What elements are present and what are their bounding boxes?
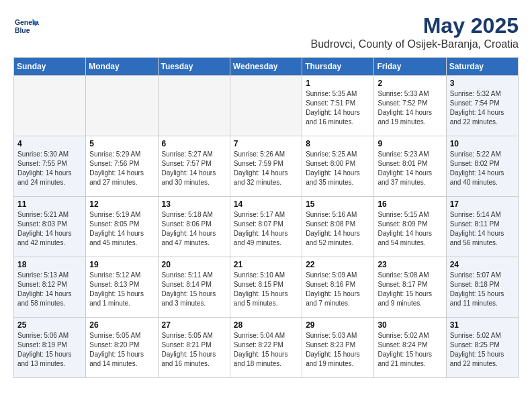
calendar-cell: 28Sunrise: 5:04 AM Sunset: 8:22 PM Dayli… (230, 318, 302, 378)
day-detail: Sunrise: 5:30 AM Sunset: 7:55 PM Dayligh… (17, 150, 82, 187)
logo-icon: General Blue (13, 13, 39, 39)
day-number: 9 (378, 139, 442, 148)
day-detail: Sunrise: 5:35 AM Sunset: 7:51 PM Dayligh… (306, 89, 370, 127)
logo: General Blue (13, 13, 39, 39)
weekday-header-wednesday: Wednesday (230, 58, 302, 76)
day-number: 10 (450, 139, 515, 148)
day-detail: Sunrise: 5:27 AM Sunset: 7:57 PM Dayligh… (162, 150, 226, 187)
calendar-cell: 5Sunrise: 5:29 AM Sunset: 7:56 PM Daylig… (86, 136, 158, 197)
day-detail: Sunrise: 5:11 AM Sunset: 8:14 PM Dayligh… (162, 271, 226, 308)
day-detail: Sunrise: 5:06 AM Sunset: 8:19 PM Dayligh… (17, 331, 82, 369)
calendar-cell: 30Sunrise: 5:02 AM Sunset: 8:24 PM Dayli… (374, 318, 446, 378)
day-detail: Sunrise: 5:22 AM Sunset: 8:02 PM Dayligh… (450, 150, 515, 187)
day-number: 29 (306, 320, 370, 330)
day-detail: Sunrise: 5:29 AM Sunset: 7:56 PM Dayligh… (89, 150, 154, 187)
day-detail: Sunrise: 5:18 AM Sunset: 8:06 PM Dayligh… (162, 210, 226, 248)
day-number: 25 (17, 320, 82, 330)
day-detail: Sunrise: 5:33 AM Sunset: 7:52 PM Dayligh… (378, 89, 442, 127)
day-number: 18 (17, 260, 82, 269)
day-detail: Sunrise: 5:19 AM Sunset: 8:05 PM Dayligh… (89, 210, 154, 248)
day-number: 11 (17, 199, 82, 209)
calendar-cell: 9Sunrise: 5:23 AM Sunset: 8:01 PM Daylig… (374, 136, 446, 197)
location-title: Budrovci, County of Osijek-Baranja, Croa… (311, 38, 519, 50)
day-detail: Sunrise: 5:15 AM Sunset: 8:09 PM Dayligh… (378, 210, 442, 248)
day-number: 20 (162, 260, 226, 269)
calendar-cell: 31Sunrise: 5:02 AM Sunset: 8:25 PM Dayli… (446, 318, 518, 378)
day-detail: Sunrise: 5:13 AM Sunset: 8:12 PM Dayligh… (17, 271, 82, 308)
calendar-cell: 1Sunrise: 5:35 AM Sunset: 7:51 PM Daylig… (302, 76, 374, 136)
day-number: 8 (306, 139, 370, 148)
calendar-cell: 16Sunrise: 5:15 AM Sunset: 8:09 PM Dayli… (374, 197, 446, 257)
day-detail: Sunrise: 5:02 AM Sunset: 8:24 PM Dayligh… (378, 331, 442, 369)
day-number: 15 (306, 199, 370, 209)
calendar-cell: 17Sunrise: 5:14 AM Sunset: 8:11 PM Dayli… (446, 197, 518, 257)
day-number: 13 (162, 199, 226, 209)
calendar-cell: 26Sunrise: 5:05 AM Sunset: 8:20 PM Dayli… (86, 318, 158, 378)
calendar-cell: 24Sunrise: 5:07 AM Sunset: 8:18 PM Dayli… (446, 257, 518, 318)
title-area: May 2025 Budrovci, County of Osijek-Bara… (311, 13, 519, 50)
calendar-table: SundayMondayTuesdayWednesdayThursdayFrid… (13, 57, 519, 378)
day-number: 27 (162, 320, 226, 330)
day-number: 5 (89, 139, 154, 148)
header: General Blue May 2025 Budrovci, County o… (13, 13, 519, 50)
day-number: 3 (450, 79, 515, 88)
calendar-cell: 15Sunrise: 5:16 AM Sunset: 8:08 PM Dayli… (302, 197, 374, 257)
calendar-cell: 20Sunrise: 5:11 AM Sunset: 8:14 PM Dayli… (158, 257, 230, 318)
weekday-header-sunday: Sunday (14, 58, 86, 76)
calendar-cell: 10Sunrise: 5:22 AM Sunset: 8:02 PM Dayli… (446, 136, 518, 197)
day-detail: Sunrise: 5:26 AM Sunset: 7:59 PM Dayligh… (234, 150, 298, 187)
day-number: 7 (234, 139, 298, 148)
day-detail: Sunrise: 5:02 AM Sunset: 8:25 PM Dayligh… (450, 331, 515, 369)
day-number: 26 (89, 320, 154, 330)
day-number: 12 (89, 199, 154, 209)
calendar-cell: 14Sunrise: 5:17 AM Sunset: 8:07 PM Dayli… (230, 197, 302, 257)
day-detail: Sunrise: 5:08 AM Sunset: 8:17 PM Dayligh… (378, 271, 442, 308)
calendar-cell: 8Sunrise: 5:25 AM Sunset: 8:00 PM Daylig… (302, 136, 374, 197)
day-number: 31 (450, 320, 515, 330)
calendar-cell: 27Sunrise: 5:05 AM Sunset: 8:21 PM Dayli… (158, 318, 230, 378)
calendar-cell: 23Sunrise: 5:08 AM Sunset: 8:17 PM Dayli… (374, 257, 446, 318)
calendar-cell: 11Sunrise: 5:21 AM Sunset: 8:03 PM Dayli… (14, 197, 86, 257)
calendar-cell: 2Sunrise: 5:33 AM Sunset: 7:52 PM Daylig… (374, 76, 446, 136)
day-number: 21 (234, 260, 298, 269)
day-number: 6 (162, 139, 226, 148)
weekday-header-monday: Monday (86, 58, 158, 76)
day-number: 22 (306, 260, 370, 269)
day-number: 17 (450, 199, 515, 209)
day-number: 24 (450, 260, 515, 269)
day-detail: Sunrise: 5:17 AM Sunset: 8:07 PM Dayligh… (234, 210, 298, 248)
day-detail: Sunrise: 5:05 AM Sunset: 8:20 PM Dayligh… (89, 331, 154, 369)
day-number: 16 (378, 199, 442, 209)
day-detail: Sunrise: 5:25 AM Sunset: 8:00 PM Dayligh… (306, 150, 370, 187)
calendar-cell: 7Sunrise: 5:26 AM Sunset: 7:59 PM Daylig… (230, 136, 302, 197)
calendar-cell: 25Sunrise: 5:06 AM Sunset: 8:19 PM Dayli… (14, 318, 86, 378)
calendar-cell (158, 76, 230, 136)
calendar-cell (86, 76, 158, 136)
weekday-header-tuesday: Tuesday (158, 58, 230, 76)
calendar-cell: 3Sunrise: 5:32 AM Sunset: 7:54 PM Daylig… (446, 76, 518, 136)
calendar-cell: 4Sunrise: 5:30 AM Sunset: 7:55 PM Daylig… (14, 136, 86, 197)
day-detail: Sunrise: 5:07 AM Sunset: 8:18 PM Dayligh… (450, 271, 515, 308)
day-detail: Sunrise: 5:03 AM Sunset: 8:23 PM Dayligh… (306, 331, 370, 369)
day-number: 1 (306, 79, 370, 88)
day-number: 30 (378, 320, 442, 330)
calendar-cell: 6Sunrise: 5:27 AM Sunset: 7:57 PM Daylig… (158, 136, 230, 197)
calendar-cell: 19Sunrise: 5:12 AM Sunset: 8:13 PM Dayli… (86, 257, 158, 318)
calendar-cell: 29Sunrise: 5:03 AM Sunset: 8:23 PM Dayli… (302, 318, 374, 378)
day-number: 2 (378, 79, 442, 88)
calendar-week-3: 11Sunrise: 5:21 AM Sunset: 8:03 PM Dayli… (14, 197, 519, 257)
calendar-week-2: 4Sunrise: 5:30 AM Sunset: 7:55 PM Daylig… (14, 136, 519, 197)
day-detail: Sunrise: 5:14 AM Sunset: 8:11 PM Dayligh… (450, 210, 515, 248)
day-detail: Sunrise: 5:10 AM Sunset: 8:15 PM Dayligh… (234, 271, 298, 308)
calendar-week-4: 18Sunrise: 5:13 AM Sunset: 8:12 PM Dayli… (14, 257, 519, 318)
day-detail: Sunrise: 5:12 AM Sunset: 8:13 PM Dayligh… (89, 271, 154, 308)
month-title: May 2025 (311, 13, 519, 38)
calendar-cell: 18Sunrise: 5:13 AM Sunset: 8:12 PM Dayli… (14, 257, 86, 318)
calendar-cell (14, 76, 86, 136)
day-detail: Sunrise: 5:05 AM Sunset: 8:21 PM Dayligh… (162, 331, 226, 369)
day-number: 23 (378, 260, 442, 269)
weekday-header-friday: Friday (374, 58, 446, 76)
calendar-cell: 12Sunrise: 5:19 AM Sunset: 8:05 PM Dayli… (86, 197, 158, 257)
day-detail: Sunrise: 5:09 AM Sunset: 8:16 PM Dayligh… (306, 271, 370, 308)
day-number: 28 (234, 320, 298, 330)
